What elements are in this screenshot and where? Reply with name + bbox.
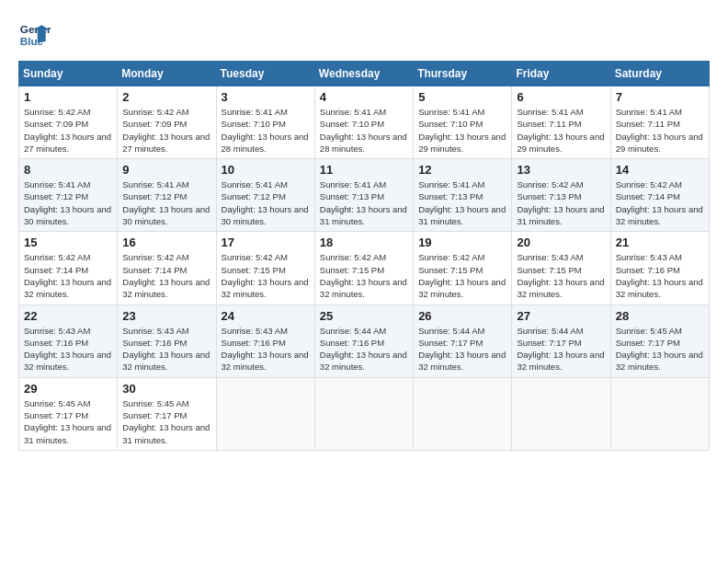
day-number: 17 [222, 236, 310, 249]
day-info: Sunrise: 5:41 AMSunset: 7:13 PMDaylight:… [418, 178, 506, 227]
weekday-header-friday: Friday [512, 62, 610, 86]
calendar-cell: 21Sunrise: 5:43 AMSunset: 7:16 PMDayligh… [610, 232, 709, 304]
day-number: 10 [222, 163, 310, 177]
day-number: 5 [418, 90, 506, 104]
weekday-header-tuesday: Tuesday [216, 62, 314, 86]
weekday-header-wednesday: Wednesday [314, 62, 413, 86]
day-number: 25 [320, 309, 408, 323]
calendar-cell: 2Sunrise: 5:42 AMSunset: 7:09 PMDaylight… [118, 86, 216, 159]
day-info: Sunrise: 5:43 AMSunset: 7:16 PMDaylight:… [222, 325, 310, 373]
day-info: Sunrise: 5:42 AMSunset: 7:09 PMDaylight:… [24, 106, 112, 155]
calendar-table: SundayMondayTuesdayWednesdayThursdayFrid… [18, 61, 710, 451]
calendar-cell: 7Sunrise: 5:41 AMSunset: 7:11 PMDaylight… [610, 86, 709, 159]
day-number: 6 [517, 90, 605, 104]
day-number: 11 [320, 163, 408, 177]
weekday-header-saturday: Saturday [610, 62, 709, 86]
day-number: 28 [616, 309, 704, 323]
day-number: 22 [24, 309, 112, 323]
calendar-cell: 17Sunrise: 5:42 AMSunset: 7:15 PMDayligh… [216, 232, 314, 304]
day-number: 8 [24, 163, 112, 177]
calendar-cell: 3Sunrise: 5:41 AMSunset: 7:10 PMDaylight… [216, 86, 314, 159]
day-info: Sunrise: 5:41 AMSunset: 7:12 PMDaylight:… [122, 178, 210, 227]
day-number: 23 [122, 309, 210, 323]
day-info: Sunrise: 5:45 AMSunset: 7:17 PMDaylight:… [122, 397, 210, 446]
day-info: Sunrise: 5:41 AMSunset: 7:10 PMDaylight:… [222, 106, 310, 155]
day-info: Sunrise: 5:41 AMSunset: 7:12 PMDaylight:… [24, 178, 112, 227]
calendar-cell: 8Sunrise: 5:41 AMSunset: 7:12 PMDaylight… [19, 159, 118, 232]
day-info: Sunrise: 5:42 AMSunset: 7:15 PMDaylight:… [222, 251, 310, 300]
day-number: 14 [616, 163, 704, 177]
day-info: Sunrise: 5:43 AMSunset: 7:16 PMDaylight:… [616, 251, 704, 300]
calendar-cell: 1Sunrise: 5:42 AMSunset: 7:09 PMDaylight… [19, 86, 118, 159]
day-info: Sunrise: 5:45 AMSunset: 7:17 PMDaylight:… [616, 325, 704, 373]
day-number: 4 [320, 90, 408, 104]
day-number: 21 [616, 236, 704, 249]
calendar-row: 29Sunrise: 5:45 AMSunset: 7:17 PMDayligh… [19, 377, 710, 450]
day-number: 12 [418, 163, 506, 177]
day-number: 26 [418, 309, 506, 323]
calendar-cell: 14Sunrise: 5:42 AMSunset: 7:14 PMDayligh… [610, 159, 709, 232]
calendar-cell: 19Sunrise: 5:42 AMSunset: 7:15 PMDayligh… [414, 232, 512, 304]
day-info: Sunrise: 5:42 AMSunset: 7:14 PMDaylight:… [24, 251, 112, 300]
day-info: Sunrise: 5:42 AMSunset: 7:15 PMDaylight:… [418, 251, 506, 300]
day-info: Sunrise: 5:41 AMSunset: 7:10 PMDaylight:… [320, 106, 408, 155]
logo: General Blue [18, 18, 51, 52]
day-number: 29 [24, 382, 112, 396]
calendar-cell: 24Sunrise: 5:43 AMSunset: 7:16 PMDayligh… [216, 304, 314, 377]
calendar-cell [314, 377, 413, 450]
day-number: 15 [24, 236, 112, 249]
day-number: 24 [222, 309, 310, 323]
day-info: Sunrise: 5:45 AMSunset: 7:17 PMDaylight:… [24, 397, 112, 446]
day-info: Sunrise: 5:43 AMSunset: 7:16 PMDaylight:… [122, 325, 210, 373]
calendar-cell: 13Sunrise: 5:42 AMSunset: 7:13 PMDayligh… [512, 159, 610, 232]
day-number: 1 [24, 90, 112, 104]
calendar-cell [610, 377, 709, 450]
calendar-row: 15Sunrise: 5:42 AMSunset: 7:14 PMDayligh… [19, 232, 710, 304]
day-number: 16 [122, 236, 210, 249]
day-number: 3 [222, 90, 310, 104]
calendar-cell: 15Sunrise: 5:42 AMSunset: 7:14 PMDayligh… [19, 232, 118, 304]
day-info: Sunrise: 5:42 AMSunset: 7:15 PMDaylight:… [320, 251, 408, 300]
calendar-cell [414, 377, 512, 450]
calendar-cell: 12Sunrise: 5:41 AMSunset: 7:13 PMDayligh… [414, 159, 512, 232]
calendar-cell: 10Sunrise: 5:41 AMSunset: 7:12 PMDayligh… [216, 159, 314, 232]
day-info: Sunrise: 5:44 AMSunset: 7:16 PMDaylight:… [320, 325, 408, 373]
day-number: 27 [517, 309, 605, 323]
day-info: Sunrise: 5:43 AMSunset: 7:16 PMDaylight:… [24, 325, 112, 373]
day-info: Sunrise: 5:44 AMSunset: 7:17 PMDaylight:… [517, 325, 605, 373]
day-info: Sunrise: 5:42 AMSunset: 7:14 PMDaylight:… [616, 178, 704, 227]
day-number: 18 [320, 236, 408, 249]
day-info: Sunrise: 5:41 AMSunset: 7:13 PMDaylight:… [320, 178, 408, 227]
day-info: Sunrise: 5:44 AMSunset: 7:17 PMDaylight:… [418, 325, 506, 373]
weekday-header-sunday: Sunday [19, 62, 118, 86]
calendar-cell: 29Sunrise: 5:45 AMSunset: 7:17 PMDayligh… [19, 377, 118, 450]
day-number: 13 [517, 163, 605, 177]
calendar-row: 22Sunrise: 5:43 AMSunset: 7:16 PMDayligh… [19, 304, 710, 377]
calendar-cell [216, 377, 314, 450]
calendar-cell: 18Sunrise: 5:42 AMSunset: 7:15 PMDayligh… [314, 232, 413, 304]
calendar-cell: 5Sunrise: 5:41 AMSunset: 7:10 PMDaylight… [414, 86, 512, 159]
calendar-row: 8Sunrise: 5:41 AMSunset: 7:12 PMDaylight… [19, 159, 710, 232]
calendar-cell: 4Sunrise: 5:41 AMSunset: 7:10 PMDaylight… [314, 86, 413, 159]
page-header: General Blue [18, 18, 710, 52]
calendar-cell: 28Sunrise: 5:45 AMSunset: 7:17 PMDayligh… [610, 304, 709, 377]
weekday-header-row: SundayMondayTuesdayWednesdayThursdayFrid… [19, 62, 710, 86]
logo-icon: General Blue [18, 18, 51, 52]
day-number: 20 [517, 236, 605, 249]
day-info: Sunrise: 5:42 AMSunset: 7:14 PMDaylight:… [122, 251, 210, 300]
calendar-cell: 26Sunrise: 5:44 AMSunset: 7:17 PMDayligh… [414, 304, 512, 377]
calendar-row: 1Sunrise: 5:42 AMSunset: 7:09 PMDaylight… [19, 86, 710, 159]
calendar-cell: 6Sunrise: 5:41 AMSunset: 7:11 PMDaylight… [512, 86, 610, 159]
day-info: Sunrise: 5:41 AMSunset: 7:12 PMDaylight:… [222, 178, 310, 227]
day-info: Sunrise: 5:41 AMSunset: 7:11 PMDaylight:… [517, 106, 605, 155]
calendar-cell: 9Sunrise: 5:41 AMSunset: 7:12 PMDaylight… [118, 159, 216, 232]
weekday-header-monday: Monday [118, 62, 216, 86]
calendar-cell: 22Sunrise: 5:43 AMSunset: 7:16 PMDayligh… [19, 304, 118, 377]
day-info: Sunrise: 5:42 AMSunset: 7:09 PMDaylight:… [122, 106, 210, 155]
calendar-cell: 23Sunrise: 5:43 AMSunset: 7:16 PMDayligh… [118, 304, 216, 377]
weekday-header-thursday: Thursday [414, 62, 512, 86]
day-number: 30 [122, 382, 210, 396]
day-number: 9 [122, 163, 210, 177]
calendar-cell: 20Sunrise: 5:43 AMSunset: 7:15 PMDayligh… [512, 232, 610, 304]
day-info: Sunrise: 5:42 AMSunset: 7:13 PMDaylight:… [517, 178, 605, 227]
